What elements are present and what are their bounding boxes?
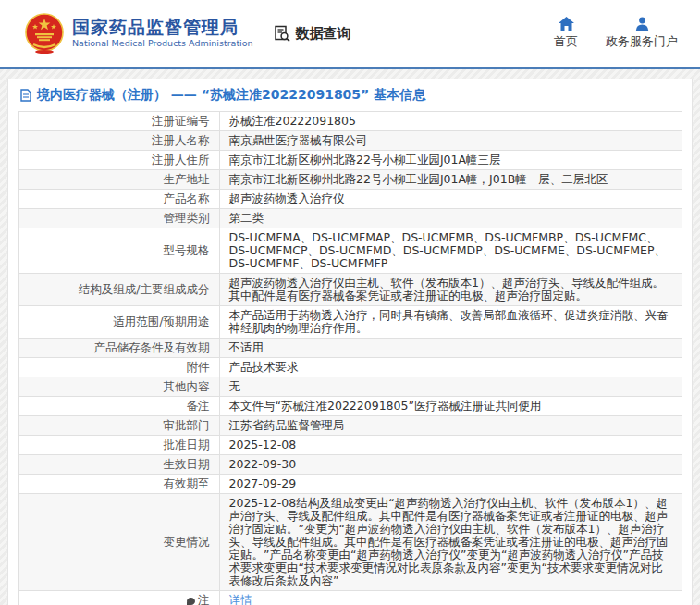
site-header: 国家药品监督管理局 National Medical Products Admi… xyxy=(0,0,700,67)
row-value: 江苏省药品监督管理局 xyxy=(219,416,682,436)
table-row: 生效日期2022-09-30 xyxy=(18,455,682,475)
table-row: 注册人住所南京市江北新区柳州北路22号小柳工业园J01A幢三层 xyxy=(18,151,682,170)
row-value: 超声波药物透入治疗仪由主机、软件（发布版本1）、超声治疗头、导线及配件组成。其中… xyxy=(219,274,682,306)
nmpa-registration-page: 国家药品监督管理局 National Medical Products Admi… xyxy=(0,0,700,605)
header-links: 首页 政务服务门户 xyxy=(554,17,700,50)
row-label-text: 备注 xyxy=(187,399,210,413)
row-label-text: 其他内容 xyxy=(164,379,210,393)
table-row: 审批部门江苏省药品监督管理局 xyxy=(18,416,682,436)
row-label-text: 注册人住所 xyxy=(152,153,210,167)
table-row: 适用范围/预期用途本产品适用于药物透入治疗，同时具有镇痛、改善局部血液循环、促进… xyxy=(18,306,682,339)
content-background: 境内医疗器械（注册） —— “苏械注准20222091805” 基本信息 注册证… xyxy=(0,69,700,605)
registration-table-body: 注册证编号苏械注准20222091805注册人名称南京鼎世医疗器械有限公司注册人… xyxy=(18,112,682,605)
row-label: 注册人名称 xyxy=(18,131,219,151)
row-label: 备注 xyxy=(18,397,219,416)
row-label-text: 注册证编号 xyxy=(152,114,210,128)
row-label-text: 有效期至 xyxy=(164,476,210,490)
table-row: 附件产品技术要求 xyxy=(18,358,682,377)
row-value: 2025-12-08结构及组成变更由“超声药物透入治疗仪由主机、软件（发布版本1… xyxy=(219,494,682,591)
detail-link[interactable]: 详情 xyxy=(229,593,252,605)
row-label: 其他内容 xyxy=(18,377,219,397)
row-label-text: 注 xyxy=(198,593,210,605)
row-label: 注册人住所 xyxy=(18,151,219,170)
table-row: 其他内容无 xyxy=(18,377,682,397)
data-query-icon xyxy=(274,25,291,43)
row-label-text: 产品名称 xyxy=(164,191,210,205)
row-label: 批准日期 xyxy=(18,436,219,455)
row-label-text: 变更情况 xyxy=(164,535,210,549)
table-row: 批准日期2025-12-08 xyxy=(18,436,682,455)
home-link[interactable]: 首页 xyxy=(554,17,578,50)
row-value: 2025-12-08 xyxy=(219,436,682,455)
row-label: 注册证编号 xyxy=(18,112,219,131)
row-value: 产品技术要求 xyxy=(219,358,682,377)
table-row: 生产地址南京市江北新区柳州北路22号小柳工业园J01A幢，J01B幢一层、二层北… xyxy=(18,170,682,190)
table-row: 注册人名称南京鼎世医疗器械有限公司 xyxy=(18,131,682,151)
row-value: 超声波药物透入治疗仪 xyxy=(219,190,682,209)
row-label: 型号规格 xyxy=(18,228,219,274)
row-label: 生产地址 xyxy=(18,170,219,190)
user-icon xyxy=(635,17,649,31)
table-row: 管理类别第二类 xyxy=(18,209,682,228)
table-row: 注册证编号苏械注准20222091805 xyxy=(18,112,682,131)
detail-panel: 境内医疗器械（注册） —— “苏械注准20222091805” 基本信息 注册证… xyxy=(7,79,693,605)
table-row: 备注本文件与“苏械注准20222091805”医疗器械注册证共同使用 xyxy=(18,397,682,416)
home-label: 首页 xyxy=(554,33,578,50)
gov-service-portal-label: 政务服务门户 xyxy=(606,33,678,50)
row-value: 南京市江北新区柳州北路22号小柳工业园J01A幢三层 xyxy=(219,151,682,170)
row-value: 不适用 xyxy=(219,339,682,358)
row-value: 南京市江北新区柳州北路22号小柳工业园J01A幢，J01B幢一层、二层北区 xyxy=(219,170,682,190)
row-label-text: 适用范围/预期用途 xyxy=(113,315,209,328)
row-label: 注 xyxy=(18,591,219,605)
row-label: 生效日期 xyxy=(18,455,219,475)
row-label: 适用范围/预期用途 xyxy=(18,306,219,339)
comment-icon xyxy=(187,598,195,605)
registration-info-table: 注册证编号苏械注准20222091805注册人名称南京鼎世医疗器械有限公司注册人… xyxy=(18,111,682,605)
data-query-nav[interactable]: 数据查询 xyxy=(274,25,351,43)
data-query-label: 数据查询 xyxy=(296,25,351,43)
table-row: 型号规格DS-UCMFMA、DS-UCMFMAP、DS-UCMFMB、DS-UC… xyxy=(18,228,682,274)
table-row: 有效期至2027-09-29 xyxy=(18,475,682,494)
home-icon xyxy=(559,17,574,31)
row-value: 详情 xyxy=(219,591,682,605)
national-emblem-logo xyxy=(25,13,64,54)
row-label-text: 生效日期 xyxy=(164,457,210,471)
row-value: 无 xyxy=(219,377,682,397)
row-value: 2022-09-30 xyxy=(219,455,682,475)
row-value: 本文件与“苏械注准20222091805”医疗器械注册证共同使用 xyxy=(219,397,682,416)
row-value: 苏械注准20222091805 xyxy=(219,112,682,131)
page-title: 境内医疗器械（注册） —— “苏械注准20222091805” 基本信息 xyxy=(37,87,425,104)
row-label-text: 产品储存条件及有效期 xyxy=(94,340,210,354)
row-label-text: 批准日期 xyxy=(164,438,210,451)
org-name-zh: 国家药品监督管理局 xyxy=(72,18,253,38)
row-label: 审批部门 xyxy=(18,416,219,436)
row-label-text: 结构及组成/主要组成成分 xyxy=(79,282,210,296)
row-value: 第二类 xyxy=(219,209,682,228)
table-row: 产品名称超声波药物透入治疗仪 xyxy=(18,190,682,209)
table-row: 产品储存条件及有效期不适用 xyxy=(18,339,682,358)
table-row: 注详情 xyxy=(18,591,682,605)
row-label: 附件 xyxy=(18,358,219,377)
row-label: 产品储存条件及有效期 xyxy=(18,339,219,358)
row-value: 2027-09-29 xyxy=(219,475,682,494)
row-label-text: 附件 xyxy=(187,360,210,374)
row-label-text: 管理类别 xyxy=(164,211,210,225)
row-label-text: 型号规格 xyxy=(164,243,210,257)
row-label-text: 注册人名称 xyxy=(152,133,210,147)
page-title-bar: 境内医疗器械（注册） —— “苏械注准20222091805” 基本信息 xyxy=(8,79,692,111)
row-value: 本产品适用于药物透入治疗，同时具有镇痛、改善局部血液循环、促进炎症消散、兴奋神经… xyxy=(219,306,682,339)
row-label: 产品名称 xyxy=(18,190,219,209)
table-row: 结构及组成/主要组成成分超声波药物透入治疗仪由主机、软件（发布版本1）、超声治疗… xyxy=(18,274,682,306)
row-label: 变更情况 xyxy=(18,494,219,591)
row-value: DS-UCMFMA、DS-UCMFMAP、DS-UCMFMB、DS-UCMFMB… xyxy=(219,228,682,274)
row-label-text: 审批部门 xyxy=(164,418,210,432)
row-label: 结构及组成/主要组成成分 xyxy=(18,274,219,306)
row-label: 有效期至 xyxy=(18,475,219,494)
document-icon xyxy=(20,89,31,102)
row-label: 管理类别 xyxy=(18,209,219,228)
gov-service-portal-link[interactable]: 政务服务门户 xyxy=(606,17,678,50)
row-label-text: 生产地址 xyxy=(164,172,210,186)
table-row: 变更情况2025-12-08结构及组成变更由“超声药物透入治疗仪由主机、软件（发… xyxy=(18,494,682,591)
row-value: 南京鼎世医疗器械有限公司 xyxy=(219,131,682,151)
org-name-en: National Medical Products Administration xyxy=(72,39,253,49)
